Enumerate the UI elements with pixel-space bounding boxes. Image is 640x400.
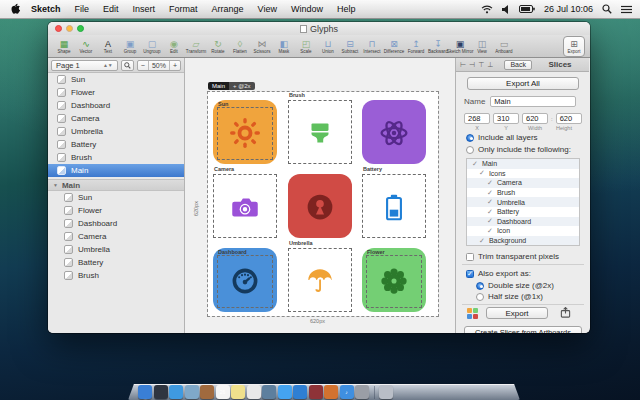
half-size-radio[interactable] <box>476 293 484 301</box>
search-button[interactable] <box>121 60 134 71</box>
menu-item-insert[interactable]: Insert <box>126 4 163 14</box>
tile-camera[interactable]: Camera <box>213 174 277 238</box>
only-include-radio[interactable] <box>466 146 474 154</box>
export-toolbar-button[interactable]: ⊞ Export <box>563 36 585 57</box>
toolbar-button[interactable]: ⊓ Intersect <box>361 36 383 57</box>
export-all-button[interactable]: Export All <box>467 77 579 90</box>
also-export-checkbox[interactable]: ✓ <box>466 270 474 278</box>
toolbar-button[interactable]: A Text <box>97 36 119 57</box>
checkmark-icon[interactable]: ✓ <box>479 169 485 177</box>
menu-item-sketch[interactable]: Sketch <box>24 4 68 14</box>
tile-atom[interactable] <box>362 100 426 164</box>
slice-list-item[interactable]: Flower <box>48 86 184 99</box>
checkmark-icon[interactable]: ✓ <box>487 217 493 225</box>
zoom-out-button[interactable]: − <box>138 61 149 70</box>
toolbar-button[interactable]: ⋈ Scissors <box>251 36 273 57</box>
trash-icon[interactable] <box>379 385 393 399</box>
layer-check-row[interactable]: ✓ Background <box>467 236 579 246</box>
tile-dashboard[interactable]: Dashboard <box>213 248 277 312</box>
layer-list-item[interactable]: Battery <box>48 256 184 269</box>
slice-list-item[interactable]: Main <box>48 164 184 177</box>
menu-item-arrange[interactable]: Arrange <box>205 4 251 14</box>
layer-check-row[interactable]: ✓ Umbrella <box>467 197 579 207</box>
layer-check-row[interactable]: ✓ Icons <box>467 169 579 179</box>
share-icon[interactable] <box>560 307 571 320</box>
slice-list-item[interactable]: Battery <box>48 138 184 151</box>
tile-umbrella[interactable]: Umbrella <box>288 248 352 312</box>
dock-app-icon[interactable] <box>231 385 245 399</box>
wifi-icon[interactable] <box>481 5 493 14</box>
toolbar-button[interactable]: ▣ Group <box>119 36 141 57</box>
name-field[interactable]: Main <box>490 96 576 107</box>
toolbar-button[interactable]: ∿ Vector <box>75 36 97 57</box>
menu-item-window[interactable]: Window <box>284 4 330 14</box>
checkmark-icon[interactable]: ✓ <box>487 227 493 235</box>
back-button[interactable]: Back <box>504 60 532 70</box>
dock-app-icon[interactable] <box>262 385 276 399</box>
toolbar-button[interactable]: ▢ Ungroup <box>141 36 163 57</box>
slice-list-item[interactable]: Umbrella <box>48 125 184 138</box>
layer-list-item[interactable]: Dashboard <box>48 217 184 230</box>
y-field[interactable]: 310 <box>493 113 519 124</box>
toolbar-button[interactable]: ◧ Mask <box>273 36 295 57</box>
constrain-toggle[interactable]: : <box>551 116 553 122</box>
toolbar-button[interactable]: ⊠ Difference <box>383 36 405 57</box>
tile-sun[interactable]: Sun <box>213 100 277 164</box>
disclosure-triangle-icon[interactable]: ▼ <box>53 182 58 188</box>
include-all-radio[interactable] <box>466 134 474 142</box>
toolbar-button[interactable]: ◊ Flatten <box>229 36 251 57</box>
toolbar-button[interactable]: ⊔ Union <box>317 36 339 57</box>
checkmark-icon[interactable]: ✓ <box>487 179 493 187</box>
tile-keyhole[interactable] <box>288 174 352 238</box>
dock-app-icon[interactable]: ♪ <box>340 385 354 399</box>
layer-check-row[interactable]: ✓ Dashboard <box>467 217 579 227</box>
layer-check-row[interactable]: ✓ Camera <box>467 178 579 188</box>
checkmark-icon[interactable]: ✓ <box>479 237 485 245</box>
tile-brush[interactable]: Brush <box>288 100 352 164</box>
zoom-level[interactable]: 50% <box>149 61 170 70</box>
toolbar-button[interactable]: ▱ Transform <box>185 36 207 57</box>
toolbar-button[interactable]: ▦ Shape <box>53 36 75 57</box>
align-right-icon[interactable]: ⊣ <box>469 60 475 70</box>
menu-clock[interactable]: 26 Jul 10:06 <box>544 4 593 14</box>
checkmark-icon[interactable]: ✓ <box>472 160 478 168</box>
export-button[interactable]: Export <box>486 307 548 319</box>
canvas[interactable]: Main + @2x 620px 620px Sun <box>185 58 455 333</box>
layer-list-item[interactable]: Camera <box>48 230 184 243</box>
layer-check-row[interactable]: ✓ Icon <box>467 226 579 236</box>
toolbar-button[interactable]: ▭ Artboard <box>493 36 515 57</box>
layer-check-row[interactable]: ✓ Brush <box>467 188 579 198</box>
toolbar-button[interactable]: ◫ View <box>471 36 493 57</box>
slice-list-item[interactable]: Brush <box>48 151 184 164</box>
menu-item-help[interactable]: Help <box>330 4 363 14</box>
apple-menu-icon[interactable] <box>10 3 20 15</box>
layer-list-item[interactable]: Flower <box>48 204 184 217</box>
menu-item-file[interactable]: File <box>68 4 97 14</box>
trim-checkbox[interactable] <box>466 253 474 261</box>
slice-list-item[interactable]: Camera <box>48 112 184 125</box>
artboard-group-header[interactable]: ▼ Main <box>48 179 184 191</box>
notification-center-icon[interactable] <box>621 5 632 14</box>
menu-item-view[interactable]: View <box>251 4 284 14</box>
volume-icon[interactable] <box>502 5 510 14</box>
dock-app-icon[interactable] <box>185 385 199 399</box>
dock-app-icon[interactable] <box>355 385 369 399</box>
slice-list-item[interactable]: Sun <box>48 73 184 86</box>
dock-app-icon[interactable] <box>309 385 323 399</box>
checkmark-icon[interactable]: ✓ <box>487 198 493 206</box>
tile-battery[interactable]: Battery <box>362 174 426 238</box>
double-size-radio[interactable] <box>476 282 484 290</box>
align-top-icon[interactable]: ⊤ <box>478 60 484 70</box>
dock-app-icon[interactable] <box>278 385 292 399</box>
layer-list-item[interactable]: Umbrella <box>48 243 184 256</box>
zoom-in-button[interactable]: + <box>170 61 180 70</box>
battery-icon[interactable] <box>519 5 535 13</box>
menu-item-edit[interactable]: Edit <box>96 4 126 14</box>
dock-app-icon[interactable]: 26 <box>216 385 230 399</box>
slice-list-item[interactable]: Dashboard <box>48 99 184 112</box>
dock-app-icon[interactable] <box>293 385 307 399</box>
dock-app-icon[interactable] <box>247 385 261 399</box>
layer-list-item[interactable]: Brush <box>48 269 184 282</box>
width-field[interactable]: 620 <box>522 113 548 124</box>
create-slices-button[interactable]: Create Slices from Artboards <box>464 326 582 333</box>
